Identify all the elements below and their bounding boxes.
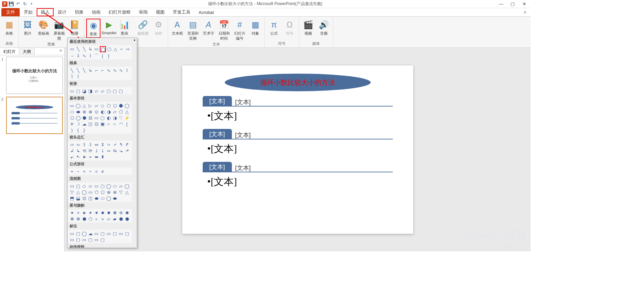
shape-free[interactable]: ⌇ xyxy=(88,53,93,58)
cat-recent: 最近使用的形状 xyxy=(68,38,137,45)
album-button[interactable]: 📔相册 xyxy=(68,19,82,37)
block-subtitle[interactable]: [文本] xyxy=(235,164,251,172)
block-body[interactable]: •[文本] xyxy=(207,142,393,156)
cat-callouts: 标注 xyxy=(68,223,137,230)
thumb-tab-outline[interactable]: 大纲 xyxy=(19,48,35,55)
video-icon: 🎬 xyxy=(303,19,314,30)
close-button[interactable]: ✕ xyxy=(519,1,529,6)
shape-oval[interactable]: ◯ xyxy=(100,46,106,52)
content-block-3[interactable]: [文本] [文本] •[文本] xyxy=(203,162,393,189)
tab-acrobat[interactable]: Acrobat xyxy=(195,9,218,16)
shape-arrow[interactable]: ⇨ xyxy=(125,46,130,52)
tab-file[interactable]: 文件 xyxy=(1,8,20,16)
shape-textbox[interactable]: ▭ xyxy=(69,46,75,52)
headerfooter-icon: ▤ xyxy=(187,19,198,30)
picture-button[interactable]: 🖼图片 xyxy=(21,19,35,37)
smartart-button[interactable]: ▶SmartArt xyxy=(102,19,116,36)
screenshot-button[interactable]: 📷屏幕截图 xyxy=(52,19,66,42)
group-tables: ▦表格 表格 xyxy=(0,17,19,47)
window-title: 循环小数比较大小的方法 - Microsoft PowerPoint(产品激活失… xyxy=(208,1,322,7)
shape-line[interactable]: ╲ xyxy=(75,46,81,52)
shape-rrect[interactable]: ▢ xyxy=(107,46,112,52)
block-subtitle[interactable]: [文本] xyxy=(235,98,251,106)
save-icon[interactable]: 💾 xyxy=(8,1,14,7)
minimize-button[interactable]: — xyxy=(496,1,506,6)
shape-lbrace[interactable]: { xyxy=(100,53,105,58)
thumbnail-2[interactable]: 2 循环小数比较大小的方法 xyxy=(1,97,63,134)
clipart-button[interactable]: 🎨剪贴画 xyxy=(36,19,51,37)
tab-slideshow[interactable]: 幻灯片放映 xyxy=(105,8,135,16)
headerfooter-button[interactable]: ▤页眉和页脚 xyxy=(186,19,200,42)
action-icon: ⚙ xyxy=(153,19,164,30)
object-button[interactable]: ▦对象 xyxy=(248,19,262,37)
tab-home[interactable]: 开始 xyxy=(20,8,37,16)
tab-transitions[interactable]: 切换 xyxy=(71,8,88,16)
tab-insert[interactable]: 插入 xyxy=(37,8,54,16)
slide-2[interactable]: 循环小数比较大小的方法 [文本] [文本] •[文本] [文本] [文本] •[… xyxy=(182,65,413,234)
content-block-2[interactable]: [文本] [文本] •[文本] xyxy=(203,129,393,156)
shape-rarrow[interactable]: → xyxy=(69,53,75,58)
textbox-button[interactable]: A文本框 xyxy=(170,19,184,37)
thumb-close-icon[interactable]: × xyxy=(57,48,64,55)
ribbon-tabs: 文件 开始 插入 设计 切换 动画 幻灯片放映 审阅 视图 开发工具 Acrob… xyxy=(0,8,531,17)
redo-icon[interactable]: ↻ xyxy=(22,1,28,7)
shape-rect[interactable]: ▭ xyxy=(94,46,99,52)
tab-design[interactable]: 设计 xyxy=(54,8,71,16)
callout-shapes: ▭▢◯☁▭▢▭▢▭▢▭▢ ▭▢▭▢ xyxy=(68,230,137,243)
slide-title-oval[interactable]: 循环小数比较大小的方法 xyxy=(225,74,371,91)
slidenum-button[interactable]: #幻灯片编号 xyxy=(233,19,247,42)
block-tab[interactable]: [文本] xyxy=(203,96,232,106)
shapes-button[interactable]: ◉形状 xyxy=(86,19,100,38)
thumbnail-list[interactable]: 1 循环小数比较大小的方法 汇报人： 汇报时间： 2 循环小数比较大小的方法 xyxy=(0,55,64,251)
video-button[interactable]: 🎬视频 xyxy=(301,19,315,37)
shape-l[interactable]: ⌐ xyxy=(119,46,124,52)
shapes-icon: ◉ xyxy=(88,20,99,31)
block-subtitle[interactable]: [文本] xyxy=(235,131,251,139)
qat-dropdown-icon[interactable]: ▼ xyxy=(29,1,35,7)
shape-darrow[interactable]: ⇩ xyxy=(75,53,81,58)
shape-curve[interactable]: ∿ xyxy=(81,53,87,58)
shapes-dropdown[interactable]: ▴ 最近使用的形状 ▭╲╲↳▭◯▢△⌐⇨→⇩ ∿⌇⌒{} 线条 ╲╲╲↳⌐⌐∿∿… xyxy=(67,38,137,248)
thumbnail-1[interactable]: 1 循环小数比较大小的方法 汇报人： 汇报时间： xyxy=(1,57,63,94)
rect-shapes: ▭▢◪◨▱▱▢▢▢ xyxy=(68,87,137,95)
shape-triangle[interactable]: △ xyxy=(113,46,118,52)
recent-shapes: ▭╲╲↳▭◯▢△⌐⇨→⇩ ∿⌇⌒{} xyxy=(68,45,137,59)
group-symbols: π公式 Ω符号 符号 xyxy=(265,17,299,47)
content-block-1[interactable]: [文本] [文本] •[文本] xyxy=(203,96,393,123)
shape-line2[interactable]: ╲ xyxy=(81,46,87,52)
shape-arc[interactable]: ⌒ xyxy=(94,53,99,58)
cat-flowchart: 流程图 xyxy=(68,175,137,182)
thumb-tab-slides[interactable]: 幻灯片 xyxy=(0,48,19,55)
basic-shapes: ▭◯△▷▱◇⬠⬡⯃◯⬭⬬ ⊕⊗⊙◐◑▱⬠△⬡◯⬢⊟ ▭▢◐◑♡⚡☀☽☁◫⊡▣ ⌐… xyxy=(68,102,137,134)
cat-lines: 线条 xyxy=(68,59,137,66)
equation-button[interactable]: π公式 xyxy=(267,19,281,37)
block-body[interactable]: •[文本] xyxy=(207,175,393,189)
shape-connector[interactable]: ↳ xyxy=(88,46,93,52)
textbox-icon: A xyxy=(172,19,183,30)
group-links: 🔗超链接 ⚙动作 xyxy=(134,17,168,47)
datetime-button[interactable]: 📅日期和时间 xyxy=(217,19,231,42)
tab-developer[interactable]: 开发工具 xyxy=(169,8,195,16)
thumbnail-panel: 幻灯片 大纲 × 1 循环小数比较大小的方法 汇报人： 汇报时间： 2 循环小数… xyxy=(0,48,65,251)
block-body[interactable]: •[文本] xyxy=(207,109,393,123)
symbol-button: Ω符号 xyxy=(282,19,297,37)
block-tab[interactable]: [文本] xyxy=(203,162,232,172)
block-tab[interactable]: [文本] xyxy=(203,129,232,139)
tab-animations[interactable]: 动画 xyxy=(88,8,105,16)
lines-shapes: ╲╲╲↳⌐⌐∿∿∿⌇⌇⌇ xyxy=(68,66,137,80)
group-media: 🎬视频 🔊音频 媒体 xyxy=(299,17,333,47)
shape-rbrace[interactable]: } xyxy=(106,53,111,58)
cat-basic: 基本形状 xyxy=(68,95,137,102)
wordart-button[interactable]: A艺术字 xyxy=(201,19,216,37)
dropdown-scrollbar[interactable]: ▴ xyxy=(132,38,137,248)
chart-button[interactable]: 📊图表 xyxy=(117,19,132,37)
ribbon-collapse-icon[interactable]: ᐱ xyxy=(524,10,527,15)
tab-view[interactable]: 视图 xyxy=(152,8,169,16)
tables-button[interactable]: ▦表格 xyxy=(2,19,16,37)
star-shapes: ✦✧★✶✷✸✹❋❊✺✻✼ ⬟⬠⟐⟡▱▰⬢⬣ xyxy=(68,209,137,223)
action-button: ⚙动作 xyxy=(151,19,166,37)
tab-review[interactable]: 审阅 xyxy=(135,8,152,16)
undo-icon[interactable]: ↶ xyxy=(15,1,21,7)
maximize-button[interactable]: ▢ xyxy=(508,1,518,6)
audio-button[interactable]: 🔊音频 xyxy=(317,19,331,37)
